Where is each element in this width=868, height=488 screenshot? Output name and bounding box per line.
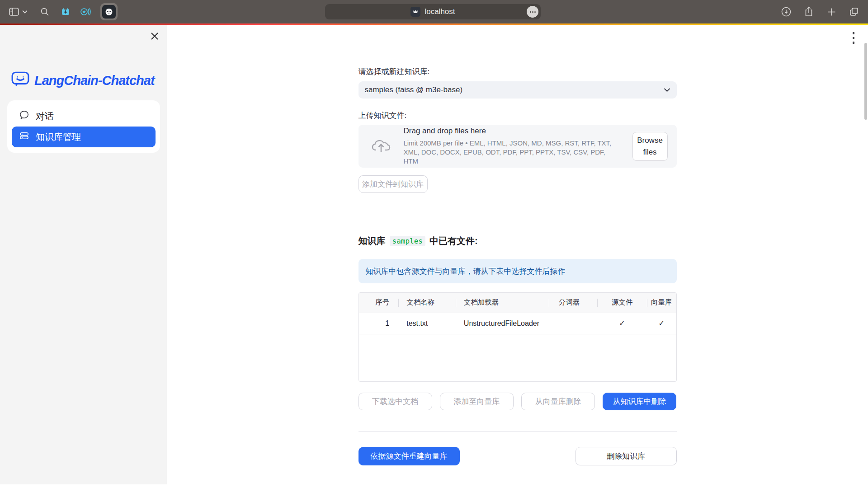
chat-bubble-icon [19,110,29,122]
kb-select[interactable]: samples (faiss @ m3e-base) [359,81,677,99]
page-content: 请选择或新建知识库: samples (faiss @ m3e-base) 上传… [359,25,677,465]
logo-chat-bubble-icon [11,70,30,91]
bottom-actions: 依据源文件重建向量库 删除知识库 [359,447,677,465]
kb-heading-suffix: 中已有文件: [429,235,478,247]
kb-select-label: 请选择或新建知识库: [359,66,677,77]
add-files-to-kb-button[interactable]: 添加文件到知识库 [359,175,428,193]
divider [359,431,677,432]
col-header-source-file[interactable]: 源文件 [597,293,646,313]
sidebar-close-icon[interactable] [149,30,160,42]
cell-index: 1 [359,313,399,334]
tab-overview-icon[interactable] [847,5,861,19]
site-favicon-icon [410,7,420,17]
search-icon[interactable] [38,5,52,19]
sidebar-item-dialogue[interactable]: 对话 [12,106,156,127]
cell-vector-store-check: ✓ [647,313,676,334]
delete-from-kb-button[interactable]: 从知识库中删除 [603,393,676,410]
address-url: localhost [425,7,455,16]
download-selected-button[interactable]: 下载选中文档 [359,393,432,410]
delete-kb-button[interactable]: 删除知识库 [576,447,677,465]
kb-name-code: samples [390,236,425,246]
file-dropzone[interactable]: Drag and drop files here Limit 200MB per… [359,125,677,168]
delete-from-vectorstore-button[interactable]: 从向量库删除 [521,393,595,410]
github-extension-icon[interactable] [100,3,118,20]
new-tab-icon[interactable] [825,5,838,19]
sidebar: LangChain-Chatchat 对话 知识库管理 [0,25,167,484]
sidebar-item-label: 对话 [36,110,54,122]
sidebar-item-kb-management[interactable]: 知识库管理 [12,127,156,147]
cell-loader: UnstructuredFileLoader [456,313,549,334]
chevron-down-icon[interactable] [22,5,28,19]
kb-heading-prefix: 知识库 [359,235,386,247]
info-banner-text: 知识库中包含源文件与向量库，请从下表中选择文件后操作 [366,266,566,277]
database-icon [19,131,29,143]
col-header-vector-store[interactable]: 向量库 [647,293,676,313]
cell-splitter [549,313,598,334]
share-icon[interactable] [802,5,816,19]
sidebar-toggle-icon[interactable] [7,5,21,19]
info-banner: 知识库中包含源文件与向量库，请从下表中选择文件后操作 [359,259,677,283]
select-chevron-down-icon [664,85,670,94]
dropzone-title: Drag and drop files here [404,127,620,136]
cell-doc-name: test.txt [398,313,456,334]
row-actions: 下载选中文档 添加至向量库 从向量库删除 从知识库中删除 [359,393,677,410]
col-header-doc-name[interactable]: 文档名称 [398,293,456,313]
cloud-upload-icon [371,138,391,155]
kb-select-value: samples (faiss @ m3e-base) [365,85,463,94]
download-icon[interactable] [779,5,793,19]
sidebar-nav: 对话 知识库管理 [7,100,160,153]
divider [359,218,677,218]
sidebar-item-label: 知识库管理 [36,131,81,143]
col-header-index[interactable]: 序号 [359,293,399,313]
add-to-vectorstore-button[interactable]: 添加至向量库 [440,393,514,410]
dropzone-limit: Limit 200MB per file • EML, HTML, JSON, … [404,139,620,166]
cat-extension-icon[interactable] [59,5,72,19]
col-header-splitter[interactable]: 分词器 [549,293,598,313]
more-options-icon[interactable] [527,6,538,18]
main-area: 请选择或新建知识库: samples (faiss @ m3e-base) 上传… [167,25,868,488]
cell-source-file-check: ✓ [597,313,646,334]
browser-toolbar: localhost [0,0,868,23]
app-logo: LangChain-Chatchat [11,70,155,91]
col-header-loader[interactable]: 文档加载器 [456,293,549,313]
app-menu-icon[interactable] [851,30,857,46]
scrollbar-thumb[interactable] [864,43,867,120]
table-row[interactable]: 1 test.txt UnstructuredFileLoader ✓ ✓ [359,313,676,334]
table-header-row: 序号 文档名称 文档加载器 分词器 源文件 向量库 [359,293,676,313]
rebuild-vectorstore-button[interactable]: 依据源文件重建向量库 [359,447,460,465]
bottom-strip [0,484,868,488]
uploader-label: 上传知识文件: [359,110,677,121]
circles-extension-icon[interactable] [79,5,92,19]
logo-text: LangChain-Chatchat [34,73,155,88]
browse-files-button[interactable]: Browse files [632,132,668,161]
kb-files-table: 序号 文档名称 文档加载器 分词器 源文件 向量库 1 test.txt Uns… [359,292,677,382]
address-bar[interactable]: localhost [325,4,541,19]
kb-files-heading: 知识库 samples 中已有文件: [359,235,677,247]
